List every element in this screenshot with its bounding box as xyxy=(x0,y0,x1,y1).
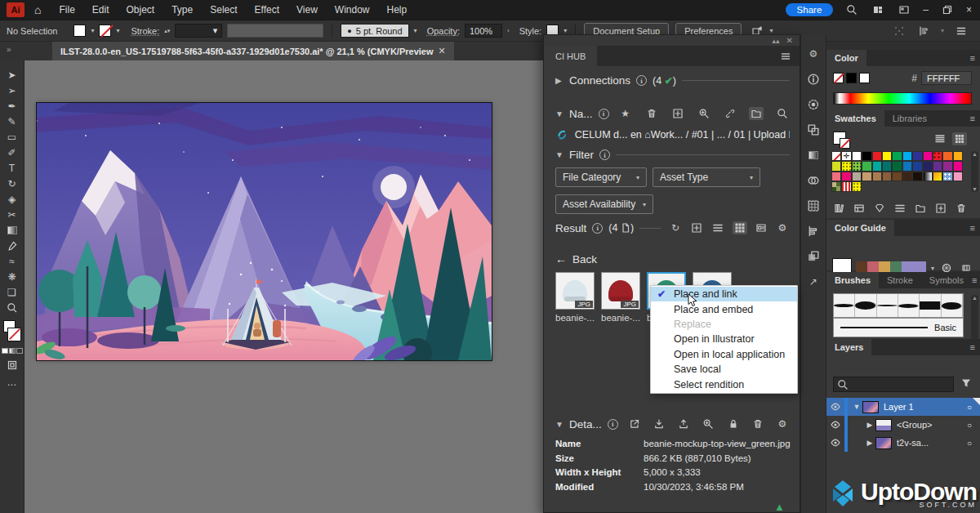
tab-brushes[interactable]: Brushes xyxy=(826,272,879,288)
asset-availability-dropdown[interactable]: Asset Availability▾ xyxy=(555,194,653,214)
grid-add-icon[interactable] xyxy=(689,221,704,234)
brush-caret-icon[interactable]: ▾ xyxy=(414,27,417,34)
pattern-icon[interactable] xyxy=(806,199,821,212)
search-icon[interactable] xyxy=(775,107,790,120)
swatch[interactable] xyxy=(852,172,862,181)
scroll-top-icon[interactable]: ▲ xyxy=(774,501,785,513)
artboard-tool[interactable]: ❏ xyxy=(3,284,21,300)
shape-builder-icon[interactable] xyxy=(806,123,821,136)
filter-funnel-icon[interactable] xyxy=(959,377,973,390)
details-section[interactable]: ▼ Deta... i ⚙ xyxy=(555,417,790,430)
selection-tool[interactable]: ➤ xyxy=(3,67,21,83)
harmony-caret-icon[interactable]: ▾ xyxy=(931,265,934,272)
menu-item-open-in-illustrator[interactable]: Open in Illustrator xyxy=(651,332,797,346)
swatch[interactable] xyxy=(942,161,952,171)
info-icon[interactable]: i xyxy=(599,149,610,160)
navigation-section[interactable]: ▼ Na... i ★ xyxy=(555,107,790,120)
tab-cihub[interactable]: CI HUB xyxy=(544,46,597,66)
swatch[interactable] xyxy=(872,161,882,171)
stroke-indicator[interactable] xyxy=(8,328,20,341)
swatch[interactable] xyxy=(872,172,882,181)
swatch[interactable] xyxy=(933,151,942,161)
expand-caret-icon[interactable]: ▼ xyxy=(851,403,862,411)
swatch[interactable] xyxy=(841,181,851,191)
swatch-kinds-icon[interactable] xyxy=(852,202,866,215)
current-stroke-swatch[interactable] xyxy=(840,138,850,149)
tab-color-guide[interactable]: Color Guide xyxy=(826,220,894,236)
share-button[interactable]: Share xyxy=(786,3,834,16)
breadcrumb-connection[interactable]: CELUM d... xyxy=(575,129,628,141)
swatch[interactable] xyxy=(953,161,963,171)
draw-mode-icon[interactable] xyxy=(3,357,21,372)
swatch[interactable]: ✛ xyxy=(841,151,851,161)
menu-edit[interactable]: Edit xyxy=(92,4,109,16)
asset-thumbnail-1[interactable]: JPG xyxy=(555,272,595,310)
eyedropper-tool[interactable] xyxy=(3,238,21,253)
swatch[interactable] xyxy=(953,172,963,181)
swatch[interactable] xyxy=(862,161,871,171)
menu-type[interactable]: Type xyxy=(172,4,193,16)
swatch[interactable] xyxy=(841,161,851,171)
grid-view-icon[interactable] xyxy=(733,221,747,234)
panel-menu-icon[interactable] xyxy=(778,50,793,63)
layer-row-layer-1[interactable]: ▼Layer 1○ xyxy=(826,398,980,416)
gear-icon[interactable]: ⚙ xyxy=(775,221,790,234)
brush-preview[interactable] xyxy=(898,294,920,317)
zoom-tool[interactable] xyxy=(3,300,21,315)
grid-view-icon[interactable] xyxy=(952,132,967,145)
snap-options-icon[interactable] xyxy=(892,25,906,38)
menu-window[interactable]: Window xyxy=(335,4,370,16)
list-options-icon[interactable] xyxy=(954,25,969,38)
connections-section[interactable]: ▶ Connections i (4 ✔) xyxy=(555,74,790,87)
minimize-button[interactable]: – xyxy=(923,4,929,16)
upload-icon[interactable] xyxy=(676,417,691,430)
info-icon[interactable]: i xyxy=(636,75,647,86)
expand-caret-icon[interactable]: ▶ xyxy=(864,439,875,447)
workspace-switcher-icon[interactable] xyxy=(871,3,885,16)
align-options-icon[interactable] xyxy=(916,25,931,38)
restore-button[interactable] xyxy=(940,3,955,16)
external-link-icon[interactable] xyxy=(627,417,642,430)
brush-previews[interactable] xyxy=(833,293,964,318)
list-view-icon[interactable] xyxy=(710,221,725,234)
lock-icon[interactable] xyxy=(726,417,741,430)
swatch[interactable] xyxy=(892,172,902,181)
swatch[interactable] xyxy=(882,151,892,161)
swatch[interactable] xyxy=(831,181,841,191)
menu-item-place-and-link[interactable]: ✔Place and link xyxy=(651,287,797,301)
swatch[interactable] xyxy=(912,151,922,161)
asset-thumbnail-2[interactable]: JPG xyxy=(601,272,640,310)
menu-item-select-rendition[interactable]: Select rendition xyxy=(651,377,797,391)
rectangle-tool[interactable]: ▭ xyxy=(3,129,21,145)
swatch[interactable] xyxy=(852,151,862,161)
tab-symbols[interactable]: Symbols xyxy=(921,272,972,288)
swatch[interactable] xyxy=(933,172,942,181)
layer-row-t2v-sa-[interactable]: ▶t2v-sa...○ xyxy=(826,434,980,452)
visibility-eye-icon[interactable] xyxy=(826,418,844,431)
swatch[interactable] xyxy=(923,151,933,161)
swatch[interactable] xyxy=(882,172,892,181)
gear-icon[interactable]: ⚙ xyxy=(775,417,790,430)
visibility-eye-icon[interactable] xyxy=(826,436,844,449)
back-button[interactable]: ← Back xyxy=(555,252,790,265)
stroke-stepper[interactable]: ▴▾ xyxy=(164,29,170,33)
library-icon[interactable] xyxy=(831,202,846,215)
info-icon[interactable]: i xyxy=(599,109,609,119)
document-tab[interactable]: ILST-28.0.0-en_US-17519788-5f63-45f0-a33… xyxy=(52,42,454,60)
panel-close-icon[interactable]: ✕ xyxy=(786,36,793,45)
swatch[interactable] xyxy=(862,151,871,161)
style-caret-icon[interactable]: ▾ xyxy=(564,27,567,34)
info-icon[interactable] xyxy=(806,73,821,86)
swatch[interactable] xyxy=(892,151,902,161)
swatch[interactable] xyxy=(923,161,933,171)
hex-input[interactable]: FFFFFF xyxy=(921,71,972,85)
layer-name[interactable]: Layer 1 xyxy=(884,402,914,412)
color-spectrum-bar[interactable] xyxy=(833,92,972,105)
menu-view[interactable]: View xyxy=(296,4,318,16)
expand-caret-icon[interactable]: ▶ xyxy=(864,421,875,429)
swatch[interactable] xyxy=(942,151,952,161)
swatch[interactable] xyxy=(831,151,841,161)
asset-type-dropdown[interactable]: Asset Type▾ xyxy=(653,167,760,187)
swatch[interactable] xyxy=(923,172,933,181)
swatch[interactable] xyxy=(902,161,912,171)
